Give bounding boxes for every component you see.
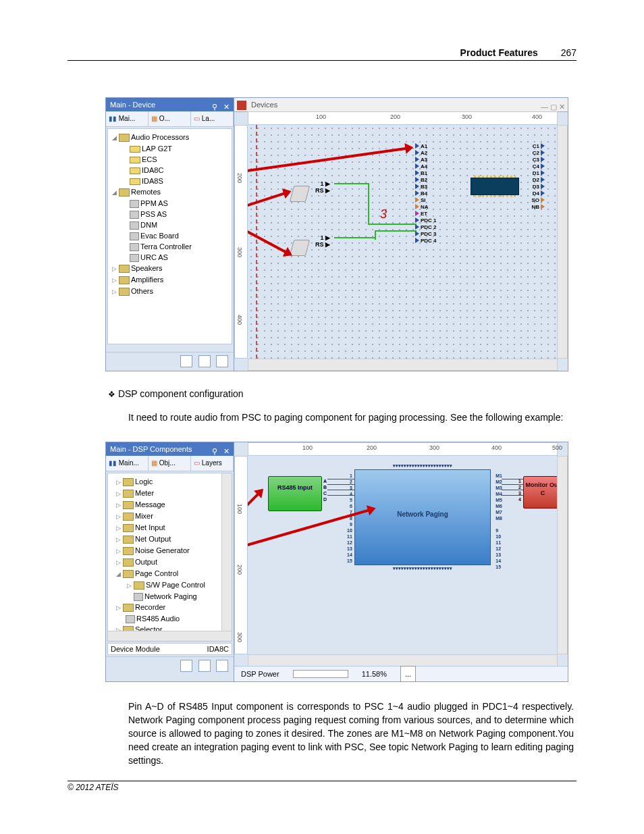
panel-tabs: ▮▮ Main... ▦ Obj... ▭ Layers bbox=[106, 456, 234, 471]
tree-item[interactable]: PSS AS bbox=[140, 210, 167, 218]
monitor-ports: 1 2 3 4 bbox=[518, 478, 521, 502]
tree-item[interactable]: Net Output bbox=[135, 535, 171, 543]
component-monitor-out-c[interactable]: Monitor Out C 1 2 3 4 bbox=[523, 476, 558, 509]
panel-toolbar bbox=[106, 656, 234, 675]
port-block-left[interactable]: A1 A2 A3 A4 B1 B2 B3 B4 SI NA ET PDC 1 P… bbox=[415, 142, 442, 217]
ruler-horizontal: 100 200 300 400 bbox=[248, 111, 558, 125]
toolbar-icon[interactable] bbox=[216, 660, 228, 672]
annotation-arrow-1 bbox=[248, 147, 407, 175]
component-rs485-input[interactable]: RS485 Input A B C D bbox=[268, 476, 322, 511]
canvas-titlebar[interactable]: Devices — ▢ ✕ bbox=[234, 98, 568, 112]
toolbar-icon[interactable] bbox=[180, 355, 192, 367]
annotation-arrow-rs485 bbox=[248, 493, 259, 567]
tree-item[interactable]: PPM AS bbox=[140, 199, 168, 207]
tree-item[interactable]: URC AS bbox=[140, 253, 168, 261]
body-paragraph: Pin A~D of RS485 Input component is corr… bbox=[128, 700, 574, 767]
tree-item[interactable]: Evac Board bbox=[140, 232, 179, 240]
tree-item[interactable]: Net Input bbox=[135, 523, 165, 531]
panel-title: Main - Device bbox=[110, 101, 155, 109]
toolbar-icon[interactable] bbox=[198, 355, 211, 367]
tree-item[interactable]: S/W Page Control bbox=[146, 581, 205, 589]
canvas-area: Devices — ▢ ✕ 100 200 300 400 200 300 40… bbox=[234, 98, 568, 371]
port-block-right[interactable]: C1 C2 C3 C4 D1 D2 D3 D4 SO NB bbox=[518, 142, 545, 217]
device-tree[interactable]: ◢Audio Processors LAP G2T ECS IDA8C IDA8… bbox=[107, 128, 232, 344]
tree-item[interactable]: DNM bbox=[140, 221, 157, 229]
panel-titlebar[interactable]: Main - DSP Components ⚲ ✕ bbox=[106, 442, 234, 456]
dsp-canvas-area: 100 200 300 400 500 100 200 300 RS485 In… bbox=[234, 442, 568, 667]
tree-item[interactable]: Terra Controller bbox=[140, 242, 192, 251]
toolbar-icon[interactable] bbox=[216, 355, 228, 367]
dsp-tree[interactable]: ▷Logic ▷Meter ▷Message ▷Mixer ▷Net Input… bbox=[107, 473, 232, 642]
panel-dsp-components: Main - DSP Components ⚲ ✕ ▮▮ Main... ▦ O… bbox=[106, 442, 234, 681]
screenshot-dsp: Main - DSP Components ⚲ ✕ ▮▮ Main... ▦ O… bbox=[105, 442, 568, 682]
panel-titlebar[interactable]: Main - Device ⚲ ✕ bbox=[106, 98, 234, 111]
status-more-button[interactable]: ... bbox=[400, 666, 416, 682]
tab-layers[interactable]: ▭ Layers bbox=[191, 456, 234, 471]
np-right-ports: M1 M2 M3 M4 M5 M6 M7 M8 9 10 11 12 13 14… bbox=[495, 473, 502, 570]
tree-remotes[interactable]: Remotes bbox=[131, 188, 161, 196]
annotation-number-3: 3 bbox=[380, 207, 387, 221]
tree-item[interactable]: Message bbox=[135, 500, 165, 509]
panel-tabs: ▮▮ Mai... ▦ O... ▭ La... bbox=[106, 111, 234, 127]
canvas-title: Devices bbox=[251, 101, 277, 109]
scrollbar-horizontal[interactable] bbox=[248, 359, 558, 371]
tree-item[interactable]: Output bbox=[135, 558, 157, 566]
tree-speakers[interactable]: Speakers bbox=[131, 264, 162, 272]
close-icon[interactable]: ✕ bbox=[223, 100, 230, 113]
section-heading: DSP component configuration bbox=[118, 388, 244, 399]
status-label: DSP Power bbox=[241, 667, 279, 681]
tab-obj[interactable]: ▦ Obj... bbox=[149, 456, 191, 471]
tab-main[interactable]: ▮▮ Mai... bbox=[106, 111, 149, 126]
tree-page-control[interactable]: Page Control bbox=[135, 569, 178, 577]
tab-main[interactable]: ▮▮ Main... bbox=[106, 456, 149, 471]
tree-network-paging[interactable]: Network Paging bbox=[144, 592, 197, 600]
tree-item[interactable]: ECS bbox=[142, 155, 157, 163]
tree-scrollbar-v[interactable] bbox=[221, 473, 232, 631]
page-header: Product Features 267 bbox=[68, 47, 576, 61]
device-ppm-1[interactable] bbox=[292, 186, 312, 206]
tree-rs485-audio[interactable]: RS485 Audio bbox=[136, 615, 180, 623]
tab-layers[interactable]: ▭ La... bbox=[191, 111, 234, 126]
toolbar-icon[interactable] bbox=[198, 660, 211, 672]
page-number: 267 bbox=[561, 47, 576, 58]
guide-line bbox=[256, 125, 257, 359]
pin-icon[interactable]: ⚲ bbox=[212, 100, 217, 113]
device-ppm-2[interactable] bbox=[292, 240, 312, 260]
tree-item[interactable]: LAP G2T bbox=[142, 145, 172, 153]
tree-item[interactable]: Logic bbox=[135, 477, 153, 486]
device-chip[interactable] bbox=[471, 178, 519, 195]
tree-item[interactable]: Meter bbox=[135, 489, 154, 497]
scrollbar-vertical[interactable] bbox=[557, 456, 568, 654]
toolbar-icon[interactable] bbox=[180, 660, 192, 672]
close-icon[interactable]: ✕ bbox=[223, 444, 230, 458]
tree-item[interactable]: IDA8C bbox=[142, 166, 163, 174]
device-label: 1 ▶ RS ▶ bbox=[315, 180, 330, 194]
tab-objects[interactable]: ▦ O... bbox=[149, 111, 191, 126]
scrollbar-vertical[interactable] bbox=[557, 125, 568, 359]
status-percent: 11.58% bbox=[362, 667, 387, 681]
progress-bar bbox=[293, 670, 348, 678]
tree-scrollbar-h[interactable] bbox=[108, 631, 232, 641]
device-module-field: Device Module IDA8C bbox=[107, 643, 232, 655]
pin-icon[interactable]: ⚲ bbox=[212, 444, 217, 458]
tree-item[interactable]: Mixer bbox=[135, 512, 153, 520]
device-label: 1 ▶ RS ▶ bbox=[315, 234, 330, 248]
tree-item[interactable]: Recorder bbox=[135, 603, 165, 611]
dsp-design-canvas[interactable]: RS485 Input A B C D ▾▾▾▾▾▾▾▾▾▾▾▾▾▾▾▾▾▾▾▾… bbox=[248, 456, 558, 654]
component-network-paging[interactable]: ▾▾▾▾▾▾▾▾▾▾▾▾▾▾▾▾▾▾▾▾▾▾ 1 2 3 4 5 6 7 8 9… bbox=[354, 469, 491, 565]
tree-item[interactable]: Noise Generator bbox=[135, 546, 190, 554]
annotation-arrow-2b bbox=[248, 216, 287, 253]
page-footer: © 2012 ATEÏS bbox=[68, 781, 576, 792]
panel-toolbar bbox=[106, 352, 234, 371]
tree-others[interactable]: Others bbox=[131, 287, 153, 295]
tree-item[interactable]: IDA8S bbox=[142, 177, 163, 185]
design-canvas[interactable]: 1 ▶ RS ▶ 1 ▶ RS ▶ A1 A2 bbox=[248, 125, 558, 359]
tree-amplifiers[interactable]: Amplifiers bbox=[131, 276, 163, 284]
rs485-ports: A B C D bbox=[323, 478, 327, 502]
panel-main-device: Main - Device ⚲ ✕ ▮▮ Mai... ▦ O... ▭ La.… bbox=[106, 98, 234, 371]
tree-audio-processors[interactable]: Audio Processors bbox=[131, 133, 189, 141]
scrollbar-horizontal[interactable] bbox=[248, 654, 558, 667]
intro-paragraph: It need to route audio from PSC to pagin… bbox=[128, 411, 581, 424]
np-left-ports: 1 2 3 4 5 6 7 8 9 10 11 12 13 14 15 bbox=[347, 473, 352, 564]
panel-title: Main - DSP Components bbox=[110, 445, 192, 453]
